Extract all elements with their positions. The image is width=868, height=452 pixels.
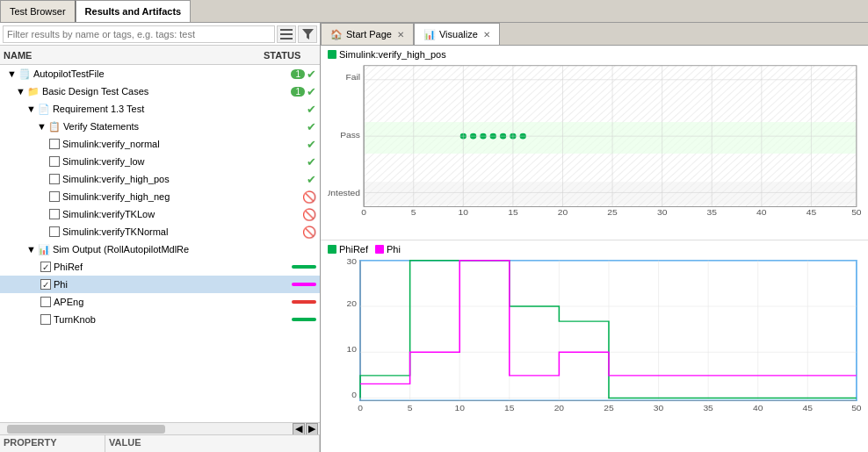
svg-text:50: 50 bbox=[851, 207, 861, 215]
svg-text:30: 30 bbox=[654, 403, 664, 413]
svg-text:15: 15 bbox=[504, 403, 515, 413]
tree-item-basic-design[interactable]: ▼ 📁 Basic Design Test Cases 1 ✔ bbox=[0, 83, 320, 100]
scroll-right-btn[interactable]: ▶ bbox=[306, 423, 318, 435]
tree-item-verify-high-neg[interactable]: Simulink:verify_high_neg 🚫 bbox=[0, 188, 320, 205]
expand-icon: ▼ bbox=[26, 104, 36, 114]
svg-text:5: 5 bbox=[408, 403, 413, 413]
svg-text:45: 45 bbox=[803, 403, 814, 413]
filter-bar bbox=[0, 23, 320, 46]
tree-item-turnknob[interactable]: TurnKnob bbox=[0, 311, 320, 328]
svg-text:Untested: Untested bbox=[328, 189, 360, 198]
checkbox-verify-normal[interactable] bbox=[49, 139, 60, 149]
svg-text:50: 50 bbox=[851, 403, 861, 413]
svg-rect-2 bbox=[280, 38, 293, 39]
turnknob-color-line bbox=[292, 318, 316, 321]
checkbox-turnknob[interactable] bbox=[40, 314, 51, 325]
columns-icon-btn[interactable] bbox=[277, 25, 296, 43]
chart2-legend-phi: Phi bbox=[375, 244, 401, 255]
value-label: VALUE bbox=[105, 435, 320, 452]
svg-text:10: 10 bbox=[346, 345, 357, 355]
svg-text:0: 0 bbox=[358, 403, 363, 413]
right-tab-bar: 🏠 Start Page ✕ 📊 Visualize ✕ bbox=[321, 23, 868, 46]
visualize-icon: 📊 bbox=[423, 29, 436, 40]
filter-input[interactable] bbox=[3, 25, 275, 43]
chart2-legend-phiref: PhiRef bbox=[328, 244, 368, 255]
right-panel: 🏠 Start Page ✕ 📊 Visualize ✕ Simulink:ve… bbox=[321, 23, 868, 452]
chart1-legend-item: Simulink:verify_high_pos bbox=[328, 49, 446, 60]
scrollbar-thumb[interactable] bbox=[7, 425, 165, 434]
main-layout: NAME STATUS ▼ 🗒️ AutopilotTestFile 1 ✔ ▼… bbox=[0, 23, 868, 452]
svg-text:20: 20 bbox=[346, 299, 357, 309]
tree-item-phi[interactable]: ✓ Phi bbox=[0, 276, 320, 293]
chart1-section: Simulink:verify_high_pos Fail Pass Untes… bbox=[321, 46, 868, 240]
tree-item-verify-stmts[interactable]: ▼ 📋 Verify Statements ✔ bbox=[0, 118, 320, 135]
checkbox-phi[interactable]: ✓ bbox=[40, 279, 51, 290]
svg-text:25: 25 bbox=[604, 403, 614, 413]
checkbox-verify-high-pos[interactable] bbox=[49, 174, 60, 184]
svg-rect-1 bbox=[280, 33, 293, 35]
column-headers: NAME STATUS bbox=[0, 46, 320, 65]
horizontal-scrollbar[interactable]: ◀ ▶ bbox=[0, 422, 320, 434]
checkbox-verify-tknormal[interactable] bbox=[49, 226, 60, 237]
expand-icon: ▼ bbox=[7, 68, 17, 79]
property-label: PROPERTY bbox=[0, 435, 105, 452]
chart2-phiref-dot bbox=[328, 245, 336, 254]
chart1-legend-dot bbox=[328, 50, 336, 59]
svg-text:40: 40 bbox=[753, 403, 763, 413]
phiref-color-line bbox=[292, 265, 316, 269]
tree-item-autopilot[interactable]: ▼ 🗒️ AutopilotTestFile 1 ✔ bbox=[0, 65, 320, 83]
tree-item-verify-tknormal[interactable]: Simulink:verifyTKNormal 🚫 bbox=[0, 223, 320, 240]
chart2-phi-dot bbox=[375, 245, 384, 254]
checkbox-phiref[interactable]: ✓ bbox=[40, 262, 51, 272]
svg-text:20: 20 bbox=[558, 207, 568, 215]
tab-start-page[interactable]: 🏠 Start Page ✕ bbox=[321, 23, 414, 45]
chart1-legend: Simulink:verify_high_pos bbox=[328, 49, 861, 60]
svg-text:20: 20 bbox=[554, 403, 565, 413]
svg-text:25: 25 bbox=[607, 207, 618, 215]
chart1-legend-label: Simulink:verify_high_pos bbox=[339, 49, 446, 60]
svg-text:10: 10 bbox=[454, 403, 465, 413]
tree-item-verify-low[interactable]: Simulink:verify_low ✔ bbox=[0, 153, 320, 170]
tree-item-verify-tklow[interactable]: Simulink:verifyTKLow 🚫 bbox=[0, 205, 320, 223]
phi-color-line bbox=[292, 283, 316, 286]
svg-marker-3 bbox=[302, 29, 314, 39]
verify-icon: 📋 bbox=[48, 121, 61, 133]
visualize-close-btn[interactable]: ✕ bbox=[483, 30, 490, 39]
file-icon: 🗒️ bbox=[18, 68, 31, 80]
apeng-color-line bbox=[292, 300, 316, 304]
tree-item-req-test[interactable]: ▼ 📄 Requirement 1.3 Test ✔ bbox=[0, 100, 320, 118]
expand-icon: ▼ bbox=[37, 121, 47, 132]
folder-icon: 📁 bbox=[27, 86, 40, 97]
svg-text:5: 5 bbox=[411, 207, 416, 215]
scroll-left-btn[interactable]: ◀ bbox=[293, 423, 305, 435]
tab-visualize[interactable]: 📊 Visualize ✕ bbox=[414, 23, 500, 45]
checkbox-apeng[interactable] bbox=[40, 297, 51, 307]
tree-item-verify-high-pos[interactable]: Simulink:verify_high_pos ✔ bbox=[0, 170, 320, 188]
chart2-legend: PhiRef Phi bbox=[328, 244, 861, 255]
start-page-close-btn[interactable]: ✕ bbox=[397, 30, 404, 39]
tab-results-artifacts[interactable]: Results and Artifacts bbox=[76, 0, 192, 22]
svg-text:40: 40 bbox=[756, 207, 767, 215]
doc-icon: 📄 bbox=[38, 104, 50, 115]
col-name-header: NAME bbox=[4, 50, 264, 61]
tree-item-apeng[interactable]: APEng bbox=[0, 293, 320, 311]
svg-text:15: 15 bbox=[508, 207, 518, 215]
tree-item-sim-output[interactable]: ▼ 📊 Sim Output (RollAutopilotMdlRe bbox=[0, 240, 320, 258]
checkbox-verify-high-neg[interactable] bbox=[49, 191, 60, 202]
svg-rect-10 bbox=[364, 182, 857, 204]
checkbox-verify-tklow[interactable] bbox=[49, 209, 60, 219]
svg-text:35: 35 bbox=[707, 207, 718, 215]
filter-icon-btn[interactable] bbox=[298, 25, 317, 43]
svg-text:45: 45 bbox=[807, 207, 817, 215]
checkbox-verify-low[interactable] bbox=[49, 156, 60, 167]
tree-item-phiref[interactable]: ✓ PhiRef bbox=[0, 258, 320, 276]
chart2-svg: 0 10 20 30 bbox=[328, 256, 861, 423]
svg-text:30: 30 bbox=[346, 257, 357, 267]
tree-item-verify-normal[interactable]: Simulink:verify_normal ✔ bbox=[0, 135, 320, 153]
left-panel: NAME STATUS ▼ 🗒️ AutopilotTestFile 1 ✔ ▼… bbox=[0, 23, 321, 452]
svg-text:10: 10 bbox=[459, 207, 469, 215]
top-tab-bar: Test Browser Results and Artifacts bbox=[0, 0, 868, 23]
tab-test-browser[interactable]: Test Browser bbox=[0, 0, 76, 22]
svg-text:0: 0 bbox=[361, 207, 366, 215]
svg-rect-9 bbox=[364, 122, 857, 154]
